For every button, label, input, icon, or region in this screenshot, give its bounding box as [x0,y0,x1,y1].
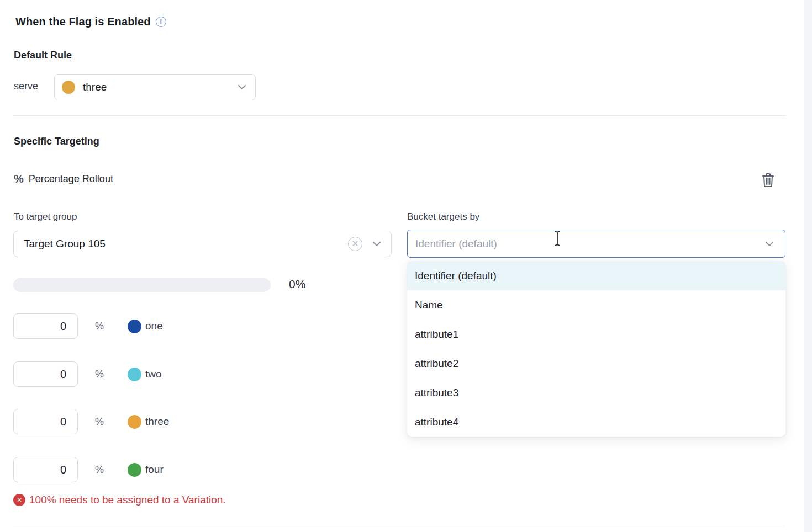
section-divider [13,115,785,116]
bucket-option[interactable]: attribute1 [407,320,785,349]
bucket-targets-label: Bucket targets by [407,211,479,222]
variation-row: % one [13,313,163,339]
rollout-progress-bar [13,278,271,292]
variation-name: one [145,320,163,332]
variation-color-dot [128,320,141,333]
error-icon: ✕ [13,494,25,506]
percent-sign: % [95,416,104,428]
percentage-rollout-header: % Percentage Rollout [14,173,113,185]
variation-percent-input[interactable] [13,361,78,387]
percentage-rollout-title: Percentage Rollout [29,173,113,185]
percent-sign: % [95,369,104,380]
bucket-option[interactable]: attribute3 [407,378,785,407]
variation-color-dot [128,368,141,381]
validation-error: ✕ 100% needs to be assigned to a Variati… [13,494,226,506]
chevron-down-icon [238,84,246,90]
flag-targeting-screen: When the Flag is Enabled i Default Rule … [0,0,812,532]
variation-color-dot [128,463,141,477]
text-cursor-icon [553,230,561,247]
bucket-placeholder: Identifier (default) [415,238,765,250]
bucket-option[interactable]: attribute2 [407,349,785,378]
serve-variation-dropdown[interactable]: three [54,74,256,100]
variation-row: % two [13,361,162,387]
variation-percent-input[interactable] [13,313,78,339]
percent-icon: % [14,173,24,185]
variation-percent-input[interactable] [13,409,78,434]
page-background-edge [804,0,812,532]
serve-variation-value: three [83,81,238,93]
default-rule-heading: Default Rule [14,50,72,61]
validation-error-text: 100% needs to be assigned to a Variation… [29,494,226,506]
bucket-option[interactable]: attribute4 [407,407,785,437]
target-group-dropdown[interactable]: Target Group 105 ✕ [13,231,392,257]
bucket-option[interactable]: Identifier (default) [407,261,785,290]
variation-row: % three [13,409,169,434]
page-title-row: When the Flag is Enabled i [15,15,166,28]
variation-percent-input[interactable] [13,457,78,482]
clear-selection-icon[interactable]: ✕ [348,237,362,251]
info-icon[interactable]: i [156,17,166,27]
bucket-options-menu: Identifier (default) Name attribute1 att… [407,261,785,437]
serve-label: serve [14,81,38,92]
chevron-down-icon [372,241,381,247]
rollout-total-percent: 0% [289,278,305,291]
variation-row: % four [13,457,164,482]
specific-targeting-heading: Specific Targeting [14,136,99,147]
variation-color-dot [62,81,75,94]
trash-icon [762,173,774,188]
page-title: When the Flag is Enabled [15,15,151,28]
variation-name: four [145,464,164,476]
bucket-targets-input[interactable]: Identifier (default) [407,230,785,258]
delete-rule-button[interactable] [758,170,778,190]
variation-name: two [145,368,162,380]
variation-color-dot [128,415,141,429]
section-divider [13,526,785,526]
target-group-value: Target Group 105 [24,238,348,250]
target-group-label: To target group [14,211,77,222]
percent-sign: % [95,321,104,332]
percent-sign: % [95,464,104,476]
bucket-option[interactable]: Name [407,290,785,320]
variation-name: three [145,416,169,428]
chevron-down-icon [765,241,774,247]
